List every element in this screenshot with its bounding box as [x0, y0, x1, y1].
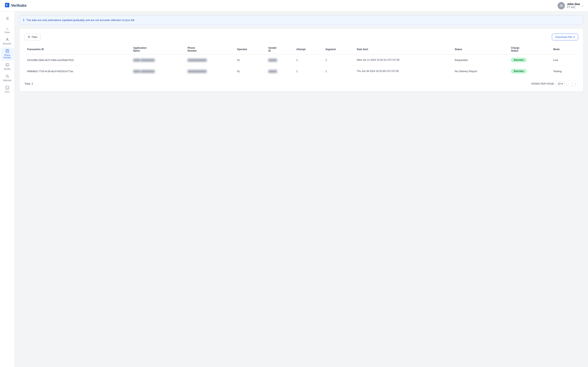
data-table: Transaction ID ApplicationName PhoneNumb… [25, 44, 578, 77]
cell-application-name: ████ ████████ [131, 54, 185, 66]
username: John Doe [567, 2, 580, 6]
col-operator: Operator [234, 44, 266, 54]
sidebar-item-label: Watchlist [3, 79, 11, 82]
sidebar-hamburger[interactable]: ☰ [3, 14, 12, 23]
svg-point-2 [7, 38, 8, 40]
svg-text:V: V [6, 3, 8, 7]
svg-text:{ }: { } [6, 87, 8, 89]
top-nav: V Verihubs JD John Doe PT ABC › [0, 0, 588, 11]
cell-charge-status: Success [508, 66, 551, 77]
cell-attempt: 1 [294, 66, 323, 77]
col-sender-id: SenderID [266, 44, 294, 54]
cell-application-name: ████ ████████ [131, 66, 185, 77]
sidebar-item-identity[interactable]: Identity [1, 61, 14, 72]
cell-segment: 1 [323, 54, 355, 66]
identity-icon [6, 63, 9, 67]
sidebar-item-phone-number[interactable]: Phone Number [1, 48, 14, 60]
table-header-row: Transaction ID ApplicationName PhoneNumb… [25, 44, 578, 54]
sidebar-item-label: Identity [4, 68, 10, 70]
total-count: Total: 2 [25, 82, 33, 85]
main-content: ℹ The data are only estimations (updated… [15, 11, 588, 367]
sidebar-item-label: Home [4, 31, 10, 34]
user-menu[interactable]: JD John Doe PT ABC › [558, 2, 583, 9]
toolbar: Filter Download File ▾ [25, 34, 578, 40]
info-banner: ℹ The data are only estimations (updated… [20, 16, 583, 25]
prev-page-button[interactable]: ‹ [566, 81, 572, 86]
rows-per-page: ROWS PER PAGE: 10 ▾ ‹ › [531, 81, 578, 86]
col-charge-status: ChargeStatus [508, 44, 551, 54]
col-phone-number: PhoneNumber [185, 44, 234, 54]
user-company: PT ABC [567, 6, 580, 9]
sidebar-item-home[interactable]: ⌂ Home [1, 25, 14, 35]
cell-segment: 1 [323, 66, 355, 77]
col-date-sent: Date Sent [355, 44, 452, 54]
col-application-name: ApplicationName [131, 44, 185, 54]
cell-operator: XL [234, 54, 266, 66]
sidebar-item-docs[interactable]: { } Docs [1, 84, 14, 95]
cell-transaction-id: 3314c88e-59d0-4e37-b384-ee165dd4761b [25, 54, 131, 66]
logo-icon: V [5, 3, 9, 8]
col-status: Status [452, 44, 508, 54]
logo-text: Verihubs [11, 3, 26, 8]
cell-charge-status: Success [508, 54, 551, 66]
cell-attempt: 1 [294, 54, 323, 66]
user-info: John Doe PT ABC [567, 2, 580, 9]
info-icon: ℹ [23, 18, 24, 22]
watchlist-icon [6, 75, 9, 79]
table-row: 3314c88e-59d0-4e37-b384-ee165dd4761b ███… [25, 54, 578, 66]
rows-select-chevron: ▾ [562, 82, 563, 85]
cell-mode: Testing [551, 66, 578, 77]
table-row: 0498d6d1-77e5-4c39-ab14-f9203a7e77aa ███… [25, 66, 578, 77]
download-button[interactable]: Download File ▾ [552, 34, 578, 40]
svg-line-11 [8, 77, 9, 78]
filter-icon [27, 36, 30, 39]
info-banner-text: The data are only estimations (updated g… [26, 18, 135, 22]
cell-transaction-id: 0498d6d1-77e5-4c39-ab14-f9203a7e77aa [25, 66, 131, 77]
cell-sender-id: █████ [266, 54, 294, 66]
rows-per-page-select[interactable]: 10 ▾ [556, 81, 565, 86]
docs-icon: { } [6, 86, 9, 90]
cell-sender-id: █████ [266, 66, 294, 77]
pag-nav: ‹ › [566, 81, 578, 86]
sidebar: ☰ ⌂ Home Biometric [0, 11, 15, 367]
cell-phone-number: ███████████ [185, 66, 234, 77]
cell-status: Requested [452, 54, 508, 66]
svg-rect-7 [6, 64, 9, 66]
home-icon: ⌂ [6, 27, 8, 31]
main-card: Filter Download File ▾ Transaction ID Ap… [20, 29, 583, 91]
col-mode: Mode [551, 44, 578, 54]
filter-button[interactable]: Filter [25, 34, 41, 40]
cell-date-sent: Thu Jun 06 2024 16:25:49 UTC+07:00 [355, 66, 452, 77]
sidebar-item-label: Phone Number [2, 54, 13, 59]
sidebar-item-biometric[interactable]: Biometric [1, 36, 14, 47]
rows-per-page-label: ROWS PER PAGE: [531, 82, 554, 85]
pagination: Total: 2 ROWS PER PAGE: 10 ▾ ‹ › [25, 81, 578, 86]
cell-phone-number: ███████████ [185, 54, 234, 66]
biometric-icon [6, 38, 9, 42]
download-chevron-icon: ▾ [573, 35, 575, 39]
avatar: JD [558, 2, 565, 9]
cell-operator: XL [234, 66, 266, 77]
col-attempt: Attempt [294, 44, 323, 54]
logo: V Verihubs [5, 3, 26, 8]
user-menu-chevron[interactable]: › [582, 4, 583, 8]
sidebar-item-watchlist[interactable]: Watchlist [1, 73, 14, 83]
sidebar-item-label: Docs [5, 91, 9, 93]
cell-mode: Live [551, 54, 578, 66]
phone-number-icon [6, 49, 9, 53]
cell-date-sent: Wed Jun 12 2024 15:20:10 UTC+07:00 [355, 54, 452, 66]
cell-status: No Delivery Report [452, 66, 508, 77]
col-transaction-id: Transaction ID [25, 44, 131, 54]
col-segment: Segment [323, 44, 355, 54]
next-page-button[interactable]: › [572, 81, 578, 86]
sidebar-item-label: Biometric [3, 43, 12, 45]
